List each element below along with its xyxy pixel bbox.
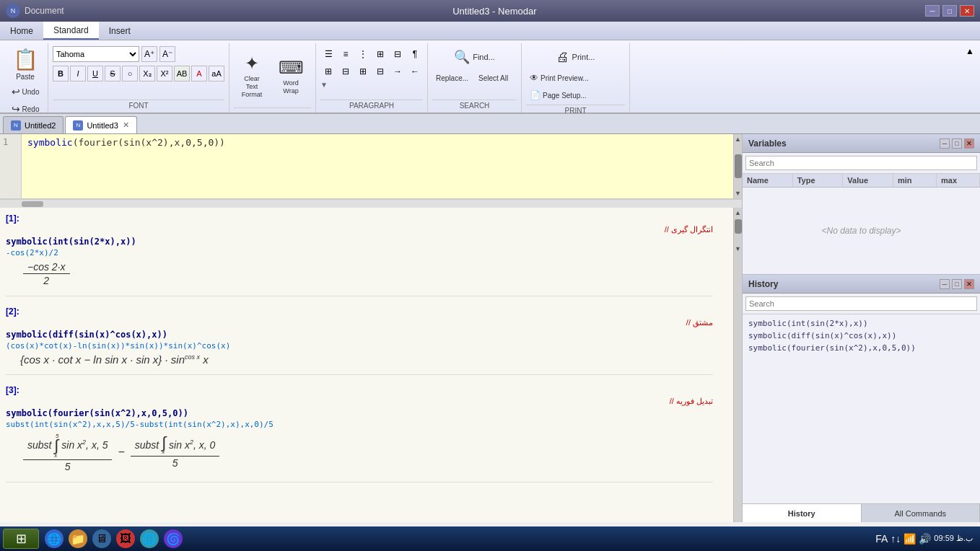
tab-close-untitled3[interactable]: ✕ xyxy=(123,120,129,130)
variables-minimize-btn[interactable]: ─ xyxy=(940,138,950,149)
print-button[interactable]: 🖨 Print... xyxy=(526,46,625,68)
h-scroll-thumb[interactable] xyxy=(22,201,43,207)
para-indent3[interactable]: ⊞ xyxy=(355,63,371,79)
taskbar-items: 🌐 📁 🖥 🖼 🌐 🌀 xyxy=(43,529,871,548)
font-selector[interactable]: Tahoma xyxy=(53,46,139,62)
col-value: Value xyxy=(843,174,893,187)
print-group-label: PRINT xyxy=(526,105,625,116)
print-preview-icon: 👁 xyxy=(530,73,538,83)
para-list6[interactable]: ¶ xyxy=(407,46,423,62)
font-group-label: FONT xyxy=(53,100,224,111)
menubar: Home Standard Insert xyxy=(0,22,980,40)
taskbar-icon-app4[interactable]: 🖼 xyxy=(116,529,135,548)
input-vscroll[interactable]: ▲ ▼ xyxy=(733,134,742,198)
scroll-up-arrow[interactable]: ▲ xyxy=(733,134,742,144)
line-numbers: 1 xyxy=(0,134,22,198)
tray-lang[interactable]: FA xyxy=(875,533,888,545)
menu-home[interactable]: Home xyxy=(0,22,43,40)
tab-icon-untitled3: N xyxy=(73,120,83,131)
code-input-area[interactable]: symbolic(fourier(sin(x^2),x,0,5,0)) xyxy=(22,134,733,198)
history-item-2[interactable]: symbolic(diff(sin(x)^cos(x),x)) xyxy=(745,330,977,342)
scroll-down-arrow[interactable]: ▼ xyxy=(733,188,742,198)
taskbar-icon-ie[interactable]: 🌐 xyxy=(45,529,64,548)
output-vscroll[interactable]: ▲ ▼ xyxy=(733,208,742,522)
variables-restore-btn[interactable]: □ xyxy=(952,138,962,149)
output-scroll-thumb[interactable] xyxy=(735,219,742,234)
menu-insert[interactable]: Insert xyxy=(99,22,141,40)
find-button[interactable]: 🔍 Find... xyxy=(432,46,517,68)
result-comment-1: انتگرال گیری // xyxy=(6,225,713,234)
para-indent4[interactable]: ⊟ xyxy=(372,63,388,79)
maximize-button[interactable]: □ xyxy=(942,5,957,17)
tab-untitled2[interactable]: N Untitled2 xyxy=(3,116,64,133)
tab-untitled3[interactable]: N Untitled3 ✕ xyxy=(65,116,136,133)
para-list2[interactable]: ≡ xyxy=(338,46,354,62)
tray-network[interactable]: 📶 xyxy=(904,533,916,545)
para-indent1[interactable]: ⊞ xyxy=(320,63,336,79)
ribbon-collapse[interactable]: ▲ xyxy=(963,43,977,113)
replace-button[interactable]: Replace... xyxy=(432,70,472,86)
time-display: 09:59 ب.ظ xyxy=(934,534,973,543)
history-tab-all-commands[interactable]: All Commands xyxy=(862,504,981,522)
menu-standard[interactable]: Standard xyxy=(43,22,99,40)
output-scroll-up[interactable]: ▲ xyxy=(733,208,742,218)
word-wrap-button[interactable]: ⌨ WordWrap xyxy=(273,51,309,102)
taskbar-icon-app6[interactable]: 🌀 xyxy=(164,529,183,548)
redo-button[interactable]: ↪ Redo xyxy=(8,101,43,117)
highlight-button[interactable]: aA xyxy=(209,66,224,81)
history-tab-history[interactable]: History xyxy=(743,504,862,522)
para-list1[interactable]: ☰ xyxy=(320,46,336,62)
history-restore-btn[interactable]: □ xyxy=(952,279,962,289)
variables-close-btn[interactable]: ✕ xyxy=(964,138,974,149)
scroll-thumb[interactable] xyxy=(735,154,742,178)
font-size-increase[interactable]: A⁺ xyxy=(141,46,157,62)
strikethrough-button[interactable]: S xyxy=(105,66,121,81)
tray-volume[interactable]: 🔊 xyxy=(919,533,931,545)
para-indent2[interactable]: ⊟ xyxy=(338,63,354,79)
fraction-numerator-1: −cos 2·x xyxy=(23,260,70,274)
print-preview-button[interactable]: 👁 Print Preview... xyxy=(526,70,592,86)
start-button[interactable]: ⊞ xyxy=(3,529,39,549)
history-item-3[interactable]: symbolic(fourier(sin(x^2),x,0,5,0)) xyxy=(745,342,977,354)
circle-button[interactable]: ○ xyxy=(122,66,138,81)
italic-button[interactable]: I xyxy=(70,66,86,81)
para-list5[interactable]: ⊟ xyxy=(390,46,406,62)
right-panel: Variables ─ □ ✕ Name Type Value min max … xyxy=(742,134,980,522)
redo-label: Redo xyxy=(22,105,40,113)
history-item-1[interactable]: symbolic(int(sin(2*x),x)) xyxy=(745,317,977,330)
para-list4[interactable]: ⊞ xyxy=(372,46,388,62)
bold-button[interactable]: B xyxy=(53,66,69,81)
undo-button[interactable]: ↩ Undo xyxy=(8,84,43,100)
history-search-input[interactable] xyxy=(745,296,977,311)
clear-text-format-button[interactable]: ✦ Clear TextFormat xyxy=(234,51,270,102)
variables-search-input[interactable] xyxy=(745,156,977,170)
format-buttons: B I U S ○ X₂ X² AB A aA xyxy=(53,66,224,81)
subscript-button[interactable]: X₂ xyxy=(139,66,155,81)
paste-button[interactable]: 📋 Paste xyxy=(7,46,43,82)
ab-button[interactable]: AB xyxy=(174,66,190,81)
taskbar-icon-app5[interactable]: 🌐 xyxy=(140,529,159,548)
underline-button[interactable]: U xyxy=(87,66,103,81)
superscript-button[interactable]: X² xyxy=(157,66,172,81)
para-arrow-right[interactable]: → xyxy=(390,63,406,79)
taskbar-icon-desktop[interactable]: 🖥 xyxy=(92,529,111,548)
select-all-button[interactable]: Select All xyxy=(475,70,512,86)
minimize-button[interactable]: ─ xyxy=(925,5,940,17)
page-setup-button[interactable]: 📄 Page Setup... xyxy=(526,87,592,103)
para-arrow-left[interactable]: ← xyxy=(407,63,423,79)
fourier-den-2: 5 xyxy=(168,457,183,470)
taskbar-icon-explorer[interactable]: 📁 xyxy=(69,529,87,548)
output-scroll-down[interactable]: ▼ xyxy=(733,244,742,254)
horizontal-scrollbar[interactable] xyxy=(0,199,742,208)
para-list3[interactable]: ⋮ xyxy=(355,46,371,62)
history-minimize-btn[interactable]: ─ xyxy=(940,279,950,289)
tray-arrow[interactable]: ↑↓ xyxy=(891,533,901,545)
result-label-3: [3]: xyxy=(6,385,713,395)
color-button[interactable]: A xyxy=(191,66,207,81)
variables-title: Variables xyxy=(748,138,787,149)
close-button[interactable]: ✕ xyxy=(960,5,974,17)
history-close-btn[interactable]: ✕ xyxy=(964,279,974,289)
font-size-decrease[interactable]: A⁻ xyxy=(159,46,175,62)
variables-section: Variables ─ □ ✕ Name Type Value min max … xyxy=(743,134,980,274)
paragraph-expand-arrow[interactable]: ▼ xyxy=(320,81,328,89)
